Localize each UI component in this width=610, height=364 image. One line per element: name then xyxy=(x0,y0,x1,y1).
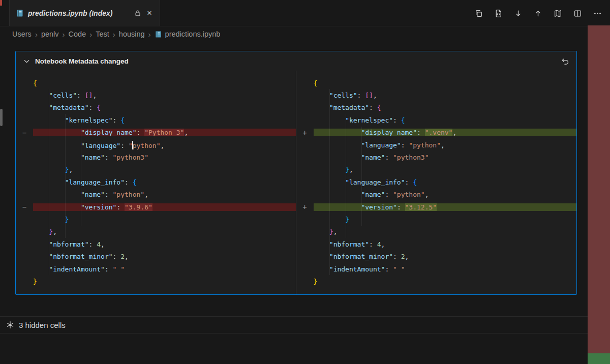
diff-line: "nbformat": 4, xyxy=(296,238,577,250)
breadcrumb-item-file[interactable]: predictions.ipynb xyxy=(155,30,221,38)
diff-line: "name": "python", xyxy=(16,189,296,201)
map-icon xyxy=(554,9,562,18)
diff-change-marker: + xyxy=(296,203,314,211)
notebook-file-icon xyxy=(16,9,24,17)
open-file-button[interactable] xyxy=(493,8,504,19)
tab-predictions-ipynb[interactable]: predictions.ipynb (Index) × xyxy=(9,0,160,26)
revert-metadata-button[interactable] xyxy=(561,57,569,66)
breadcrumb-item-penlv[interactable]: penlv xyxy=(41,30,59,38)
diff-line: "language_info": { xyxy=(16,176,296,188)
breadcrumb-item-users[interactable]: Users xyxy=(12,30,32,38)
indent-guide xyxy=(346,114,346,238)
diff-line: + "version": "3.12.5" xyxy=(296,201,577,213)
indent-guide xyxy=(81,127,81,226)
file-code-icon xyxy=(494,9,503,18)
diff-line: "name": "python", xyxy=(296,189,577,201)
breadcrumb-separator: › xyxy=(113,30,115,39)
diff-line: { xyxy=(16,77,296,89)
copy-icon xyxy=(474,9,483,18)
diff-line: "metadata": { xyxy=(16,102,296,114)
hidden-cells-label: 3 hidden cells xyxy=(19,321,66,329)
metadata-diff-cell: Notebook Metadata changed { "cells": [],… xyxy=(15,51,577,295)
indent-guide xyxy=(65,114,66,238)
lock-icon xyxy=(134,10,141,17)
diff-line: "cells": [], xyxy=(296,89,577,101)
diff-line: "indentAmount": " " xyxy=(16,263,296,275)
diff-line: "kernelspec": { xyxy=(296,114,577,126)
breadcrumb-separator: › xyxy=(63,30,65,39)
hidden-cells-row[interactable]: 3 hidden cells xyxy=(0,316,588,333)
next-change-button[interactable] xyxy=(512,8,524,19)
breadcrumb: Users › penlv › Code › Test › housing › … xyxy=(0,26,610,42)
breadcrumb-file-label: predictions.ipynb xyxy=(165,30,221,38)
tab-bar: predictions.ipynb (Index) × xyxy=(0,0,610,26)
diff-line: "name": "python3" xyxy=(296,151,577,163)
scrollbar-thumb[interactable] xyxy=(0,109,3,126)
indent-guide xyxy=(361,127,362,226)
diff-line: − "version": "3.9.6" xyxy=(16,201,296,213)
diff-original-pane[interactable]: { "cells": [], "metadata": { "kernelspec… xyxy=(16,71,296,294)
close-icon[interactable]: × xyxy=(145,8,154,18)
diff-line: "cells": [], xyxy=(16,89,296,101)
diff-line: } xyxy=(296,275,577,287)
diff-change-marker: + xyxy=(296,129,314,137)
diff-change-marker: − xyxy=(16,129,33,137)
breadcrumb-separator: › xyxy=(89,30,92,39)
editor-toolbar xyxy=(473,0,603,26)
arrow-up-icon xyxy=(534,9,542,18)
diff-line: "metadata": { xyxy=(296,102,577,114)
breadcrumb-separator: › xyxy=(35,30,38,39)
diff-overview-ruler[interactable] xyxy=(588,25,610,364)
breadcrumb-item-test[interactable]: Test xyxy=(96,30,109,38)
diff-line: "nbformat_minor": 2, xyxy=(296,250,577,262)
copy-button[interactable] xyxy=(473,8,484,19)
overview-mark xyxy=(0,0,2,6)
split-editor-button[interactable] xyxy=(572,8,583,19)
diff-line: }, xyxy=(16,226,296,238)
diff-modified-pane[interactable]: { "cells": [], "metadata": { "kernelspec… xyxy=(296,71,577,294)
overview-deleted-region xyxy=(588,25,610,353)
diff-line: } xyxy=(16,275,296,287)
chevron-down-icon[interactable] xyxy=(23,57,30,65)
breadcrumb-separator: › xyxy=(148,30,151,39)
previous-change-button[interactable] xyxy=(532,8,543,19)
metadata-diff-editor: { "cells": [], "metadata": { "kernelspec… xyxy=(16,71,576,294)
overview-added-region xyxy=(588,353,610,364)
diff-line: + "display_name": ".venv", xyxy=(296,127,577,139)
diff-cell-header: Notebook Metadata changed xyxy=(16,51,576,71)
diff-change-marker: − xyxy=(16,203,33,211)
indent-guide xyxy=(49,89,49,275)
notebook-file-icon xyxy=(155,31,162,38)
hidden-cells-icon xyxy=(6,321,14,329)
arrow-down-icon xyxy=(514,9,523,18)
split-editor-icon xyxy=(573,9,582,18)
diff-line: "language_info": { xyxy=(296,176,577,188)
diff-line: } xyxy=(16,213,296,225)
diff-line: } xyxy=(296,213,577,225)
map-view-button[interactable] xyxy=(552,8,563,19)
diff-line: }, xyxy=(16,164,296,176)
diff-line: }, xyxy=(296,164,577,176)
undo-icon xyxy=(561,57,569,66)
more-actions-button[interactable] xyxy=(592,8,603,19)
indent-guide xyxy=(329,89,330,275)
diff-line: "language": "python", xyxy=(16,139,296,151)
diff-line: "nbformat_minor": 2, xyxy=(16,250,296,262)
diff-line: "language": "python", xyxy=(296,139,577,151)
diff-line: "kernelspec": { xyxy=(16,114,296,126)
diff-line: { xyxy=(296,77,577,89)
diff-line: "indentAmount": " " xyxy=(296,263,577,275)
breadcrumb-item-housing[interactable]: housing xyxy=(119,30,145,38)
diff-line: "name": "python3" xyxy=(16,151,296,163)
cell-title: Notebook Metadata changed xyxy=(35,57,129,65)
diff-line: "nbformat": 4, xyxy=(16,238,296,250)
breadcrumb-item-code[interactable]: Code xyxy=(69,30,86,38)
tab-title: predictions.ipynb (Index) xyxy=(28,9,112,17)
diff-line: }, xyxy=(296,226,577,238)
ellipsis-icon xyxy=(593,9,602,18)
diff-line: − "display_name": "Python 3", xyxy=(16,127,296,139)
